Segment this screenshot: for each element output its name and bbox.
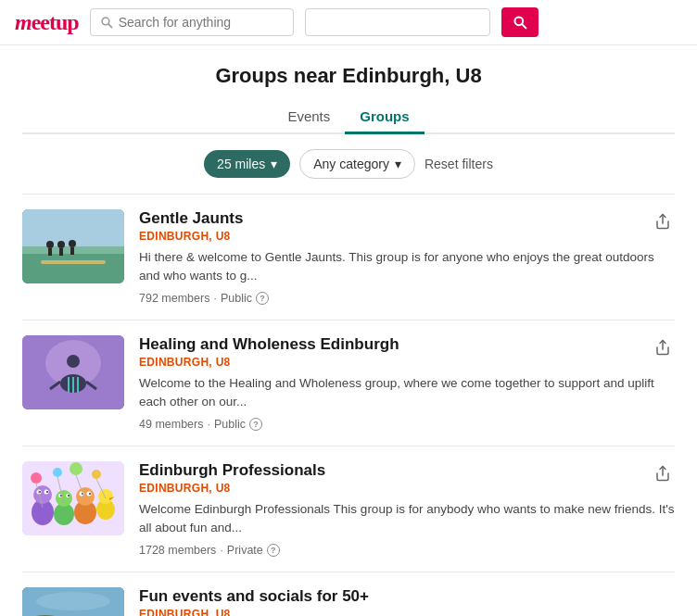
svg-point-33 bbox=[56, 490, 72, 507]
svg-point-17 bbox=[67, 355, 80, 368]
location-container: Edinburgh, U8 bbox=[305, 8, 490, 36]
group-location: EDINBURGH, U8 bbox=[139, 230, 675, 243]
info-icon[interactable]: ? bbox=[256, 292, 269, 305]
group-description: Welcome Edinburgh Professionals This gro… bbox=[139, 500, 675, 536]
filters-bar: 25 miles ▾ Any category ▾ Reset filters bbox=[22, 149, 675, 179]
group-location: EDINBURGH, U8 bbox=[139, 356, 675, 369]
group-info: Fun events and socials for 50+ EDINBURGH… bbox=[139, 587, 675, 616]
svg-point-48 bbox=[53, 468, 62, 477]
group-item: Edinburgh Professionals EDINBURGH, U8 We… bbox=[22, 446, 675, 572]
group-info: Gentle Jaunts EDINBURGH, U8 Hi there & w… bbox=[139, 209, 675, 305]
group-item: Gentle Jaunts EDINBURGH, U8 Hi there & w… bbox=[22, 194, 675, 321]
group-name: Fun events and socials for 50+ bbox=[139, 587, 675, 606]
member-count: 49 members bbox=[139, 418, 203, 431]
svg-point-39 bbox=[76, 487, 95, 506]
main-content: Groups near Edinburgh, U8 Events Groups … bbox=[0, 45, 697, 616]
group-item: Fun events and socials for 50+ EDINBURGH… bbox=[22, 572, 675, 616]
group-location: EDINBURGH, U8 bbox=[139, 608, 675, 616]
search-input[interactable] bbox=[119, 15, 284, 30]
group-thumbnail bbox=[22, 587, 124, 616]
svg-point-64 bbox=[36, 592, 110, 610]
reset-filters-button[interactable]: Reset filters bbox=[425, 157, 493, 171]
group-name: Gentle Jaunts bbox=[139, 209, 675, 228]
svg-line-3 bbox=[522, 24, 526, 28]
privacy-label: Public bbox=[221, 292, 252, 305]
search-container bbox=[90, 8, 294, 36]
location-input[interactable]: Edinburgh, U8 bbox=[315, 15, 480, 30]
search-button[interactable] bbox=[501, 7, 539, 37]
member-count: 1728 members bbox=[139, 544, 216, 557]
svg-rect-10 bbox=[59, 248, 63, 256]
page-title: Groups near Edinburgh, U8 bbox=[22, 64, 675, 88]
share-button[interactable] bbox=[651, 209, 675, 236]
svg-point-31 bbox=[46, 491, 48, 493]
logo: meetup bbox=[15, 10, 79, 35]
share-button[interactable] bbox=[651, 461, 675, 488]
svg-point-37 bbox=[68, 495, 70, 497]
svg-rect-12 bbox=[70, 247, 74, 255]
tabs-nav: Events Groups bbox=[22, 101, 675, 134]
category-filter-button[interactable]: Any category ▾ bbox=[299, 149, 415, 179]
svg-point-11 bbox=[69, 240, 76, 247]
search-icon bbox=[100, 16, 113, 29]
privacy-label: Public bbox=[214, 418, 246, 431]
group-meta: 792 members · Public ? bbox=[139, 292, 675, 305]
svg-rect-8 bbox=[48, 248, 52, 256]
group-description: Welcome to the Healing and Wholeness gro… bbox=[139, 374, 675, 410]
group-name: Healing and Wholeness Edinburgh bbox=[139, 335, 675, 354]
group-item: Healing and Wholeness Edinburgh EDINBURG… bbox=[22, 321, 675, 446]
group-name: Edinburgh Professionals bbox=[139, 461, 675, 480]
group-thumbnail bbox=[22, 335, 124, 409]
info-icon[interactable]: ? bbox=[267, 544, 280, 557]
group-meta: 49 members · Public ? bbox=[139, 418, 675, 431]
svg-point-47 bbox=[31, 472, 42, 484]
group-location: EDINBURGH, U8 bbox=[139, 482, 675, 495]
info-icon[interactable]: ? bbox=[249, 418, 262, 431]
svg-point-49 bbox=[70, 462, 82, 475]
svg-point-43 bbox=[89, 493, 91, 495]
group-meta: 1728 members · Private ? bbox=[139, 544, 675, 557]
group-info: Edinburgh Professionals EDINBURGH, U8 We… bbox=[139, 461, 675, 557]
svg-point-9 bbox=[57, 241, 65, 248]
group-thumbnail bbox=[22, 209, 124, 283]
svg-point-27 bbox=[33, 485, 52, 504]
group-info: Healing and Wholeness Edinburgh EDINBURG… bbox=[139, 335, 675, 431]
category-filter-label: Any category bbox=[313, 157, 389, 171]
tab-groups[interactable]: Groups bbox=[345, 101, 424, 134]
svg-rect-5 bbox=[22, 254, 124, 283]
header: meetup Edinburgh, U8 bbox=[0, 0, 697, 45]
svg-rect-13 bbox=[41, 260, 106, 264]
share-button[interactable] bbox=[651, 335, 675, 362]
group-thumbnail bbox=[22, 461, 124, 535]
member-count: 792 members bbox=[139, 292, 209, 305]
privacy-label: Private bbox=[227, 544, 263, 557]
svg-point-29 bbox=[39, 491, 41, 493]
tab-events[interactable]: Events bbox=[272, 101, 345, 134]
svg-point-7 bbox=[46, 241, 54, 248]
svg-point-45 bbox=[98, 489, 113, 504]
distance-filter-button[interactable]: 25 miles ▾ bbox=[204, 150, 290, 178]
svg-line-1 bbox=[108, 24, 112, 28]
svg-point-50 bbox=[92, 470, 101, 479]
distance-chevron-icon: ▾ bbox=[271, 157, 277, 171]
group-list: Gentle Jaunts EDINBURGH, U8 Hi there & w… bbox=[22, 194, 675, 616]
group-description: Hi there & welcome to Gentle Jaunts. Thi… bbox=[139, 248, 675, 284]
category-chevron-icon: ▾ bbox=[395, 157, 401, 171]
distance-filter-label: 25 miles bbox=[217, 157, 265, 171]
